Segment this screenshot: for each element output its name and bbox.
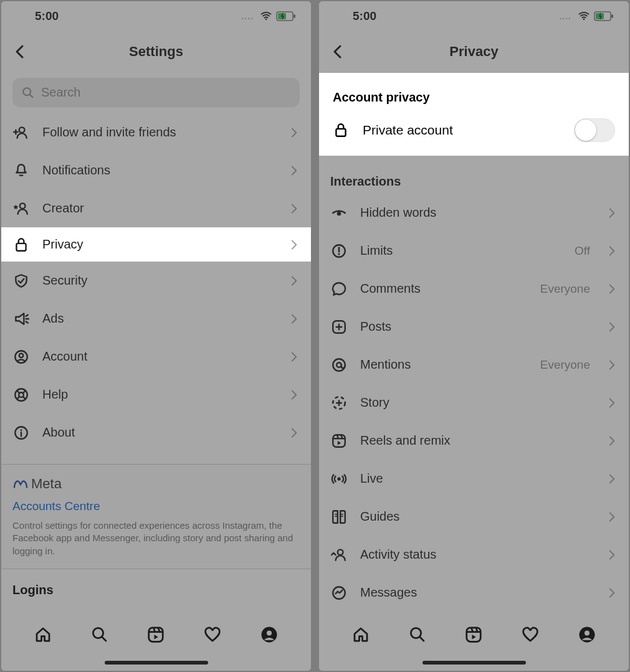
row-limits[interactable]: Limits Off [319,232,629,270]
chevron-right-icon [606,472,618,486]
row-live[interactable]: Live [319,460,629,498]
row-comments[interactable]: Comments Everyone [319,270,629,308]
activity-icon [330,546,348,564]
home-indicator[interactable] [105,661,208,665]
row-creator[interactable]: Creator [1,189,311,227]
back-button[interactable] [327,40,349,63]
row-hidden-words[interactable]: Hidden words [319,194,629,232]
chevron-right-icon [606,434,618,448]
privacy-screen: 5:00 .... Privacy Account privacy Privat… [319,1,629,671]
row-label: Activity status [360,547,594,562]
tab-reels[interactable] [462,623,485,646]
row-about[interactable]: About [1,414,311,452]
row-activity-status[interactable]: Activity status [319,536,629,574]
row-label: Privacy [42,237,276,252]
row-label: Live [360,471,594,486]
row-label: Notifications [42,163,276,177]
chevron-right-icon [289,274,300,288]
follow-invite-icon [12,124,30,141]
row-detail: Everyone [540,358,590,372]
tab-activity[interactable] [201,623,224,646]
row-label: Reels and remix [360,433,594,448]
chevron-right-icon [289,238,300,252]
cellular-dots-icon: .... [559,11,571,21]
row-story[interactable]: Story [319,384,629,422]
plus-square-icon [330,318,348,336]
row-follow-invite[interactable]: Follow and invite friends [1,113,311,151]
account-privacy-heading: Account privacy [319,73,629,113]
accounts-centre-link[interactable]: Accounts Centre [12,499,300,513]
row-mentions[interactable]: Mentions Everyone [319,346,629,384]
user-circle-icon [12,348,30,366]
search-icon [21,86,35,100]
row-label: Ads [42,311,276,326]
page-title: Settings [1,44,311,60]
chevron-right-icon [606,548,618,562]
row-guides[interactable]: Guides [319,498,629,536]
lock-icon [333,122,349,138]
row-label: Guides [360,509,594,524]
row-label: About [42,425,276,440]
row-reels-remix[interactable]: Reels and remix [319,422,629,460]
tab-profile[interactable] [258,623,280,646]
meta-logo: Meta [12,476,300,492]
row-ads[interactable]: Ads [1,300,311,338]
shield-icon [12,272,30,290]
meta-block: Meta Accounts Centre Control settings fo… [1,464,311,569]
tab-profile[interactable] [576,623,598,646]
home-indicator[interactable] [422,661,526,665]
comment-icon [330,280,348,298]
row-label: Security [42,273,276,288]
tab-search[interactable] [406,623,429,646]
row-messages[interactable]: Messages [319,574,629,612]
private-account-toggle[interactable] [574,118,615,142]
back-button[interactable] [9,40,31,63]
tab-home[interactable] [350,623,372,646]
chevron-right-icon [289,388,300,402]
row-label: Story [360,395,594,410]
row-label: Hidden words [360,206,594,220]
row-label: Account [42,349,276,364]
chevron-right-icon [289,312,300,326]
row-notifications[interactable]: Notifications [1,151,311,189]
row-help[interactable]: Help [1,376,311,414]
bell-icon [12,162,30,179]
tab-search[interactable] [88,623,111,646]
story-icon [330,394,348,412]
row-private-account[interactable]: Private account [319,113,629,148]
messenger-icon [330,584,348,602]
tab-bar [1,608,311,671]
row-privacy[interactable]: Privacy [1,227,311,262]
header: Privacy [319,31,629,73]
tab-bar [319,608,629,671]
wifi-icon [578,10,590,22]
search-input[interactable]: Search [12,78,300,107]
row-label: Follow and invite friends [42,125,276,140]
status-bar: 5:00 .... [319,1,629,31]
chevron-right-icon [289,350,300,364]
chevron-right-icon [606,282,618,296]
row-detail: Everyone [540,282,590,296]
battery-icon [276,11,296,21]
row-detail: Off [575,244,590,258]
tab-activity[interactable] [519,623,542,646]
chevron-right-icon [606,206,618,220]
interactions-heading: Interactions [319,156,629,194]
row-label: Mentions [360,357,528,372]
chevron-right-icon [289,202,300,215]
row-posts[interactable]: Posts [319,308,629,346]
row-security[interactable]: Security [1,262,311,300]
tab-home[interactable] [32,623,54,646]
broadcast-icon [330,470,348,488]
meta-description: Control settings for connected experienc… [12,519,300,557]
row-label: Creator [42,201,276,215]
lifebuoy-icon [12,386,30,404]
tab-reels[interactable] [145,623,167,646]
header: Settings [1,31,311,73]
chevron-right-icon [606,586,618,600]
cellular-dots-icon: .... [241,11,254,21]
at-icon [330,356,348,374]
creator-icon [12,200,30,217]
alert-circle-icon [330,242,348,260]
row-account[interactable]: Account [1,338,311,376]
